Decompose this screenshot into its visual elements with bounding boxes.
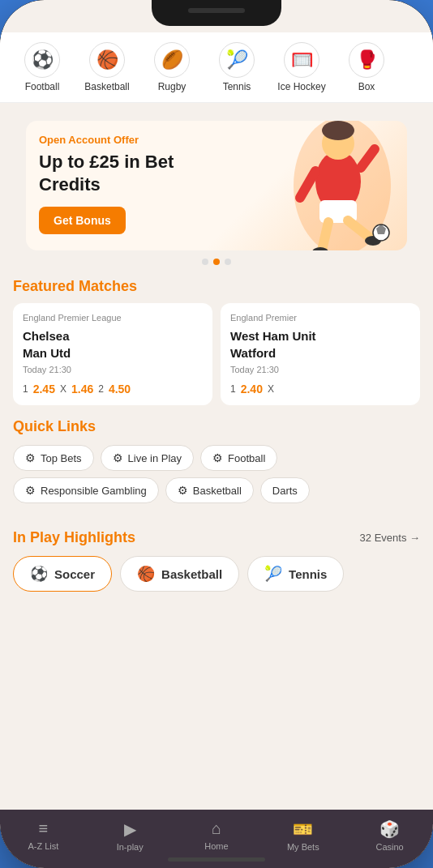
basketball-icon: 🏀 <box>89 42 125 78</box>
match-teams-2: West Ham Unit Watford <box>230 327 410 361</box>
odd-label-2: 2 <box>98 383 104 395</box>
match-time-1: Today 21:30 <box>23 365 203 374</box>
match-time-2: Today 21:30 <box>230 365 410 374</box>
sport-item-basketball[interactable]: 🏀 Basketball <box>78 42 136 92</box>
casino-icon: 🎲 <box>379 819 400 839</box>
boxing-icon: 🥊 <box>349 42 384 78</box>
sport-label-basketball: Basketball <box>84 81 129 92</box>
odd-label-2-x: X <box>268 383 274 395</box>
my-bets-icon: 🎫 <box>293 819 313 839</box>
content-area: Open Account Offer Up to £25 in Bet Cred… <box>0 103 433 810</box>
dot-3[interactable] <box>225 259 231 265</box>
nav-my-bets[interactable]: 🎫 My Bets <box>259 819 346 852</box>
quick-links-title: Quick Links <box>13 418 420 435</box>
screen: ⚽ Football 🏀 Basketball 🏉 Rugby 🎾 Tennis… <box>0 0 433 868</box>
dot-2[interactable] <box>213 259 220 265</box>
matches-row: England Premier League Chelsea Man Utd T… <box>0 303 433 405</box>
pill-icon-basketball: 🏀 <box>137 565 155 583</box>
nav-casino[interactable]: 🎲 Casino <box>346 819 433 852</box>
chip-icon-live-play: ⚙ <box>113 451 123 464</box>
sports-nav: ⚽ Football 🏀 Basketball 🏉 Rugby 🎾 Tennis… <box>0 32 433 103</box>
pill-icon-tennis: 🎾 <box>264 565 282 583</box>
rugby-icon: 🏉 <box>154 42 190 78</box>
chip-darts[interactable]: Darts <box>260 477 310 503</box>
sport-item-rugby[interactable]: 🏉 Rugby <box>143 42 201 92</box>
phone-notch <box>152 0 281 26</box>
match-card-1[interactable]: England Premier League Chelsea Man Utd T… <box>13 303 212 405</box>
odd-label-2-1: 1 <box>230 383 236 395</box>
nav-label-inplay: In-play <box>117 842 144 852</box>
nav-home[interactable]: ⌂ Home <box>174 819 260 852</box>
odd-value-1[interactable]: 2.45 <box>33 383 55 396</box>
nav-az-list[interactable]: ≡ A-Z List <box>0 819 87 852</box>
pill-basketball[interactable]: 🏀 Basketball <box>120 556 239 592</box>
in-play-events-link[interactable]: 32 Events → <box>360 532 420 544</box>
nav-label-home: Home <box>204 841 228 851</box>
match-league-1: England Premier League <box>23 313 203 323</box>
home-icon: ⌂ <box>212 819 221 838</box>
chip-label-basketball: Basketball <box>193 485 242 497</box>
quick-links-section: Quick Links ⚙ Top Bets ⚙ Live in Play ⚙ <box>0 405 433 516</box>
sport-item-boxing[interactable]: 🥊 Box <box>337 42 396 92</box>
tennis-icon: 🎾 <box>219 42 255 78</box>
pill-icon-soccer: ⚽ <box>30 565 48 583</box>
az-list-icon: ≡ <box>39 819 49 838</box>
pill-label-basketball: Basketball <box>161 567 222 581</box>
in-play-header: In Play Highlights 32 Events → <box>0 516 433 556</box>
nav-label-mybets: My Bets <box>287 842 319 852</box>
odd-value-2[interactable]: 4.50 <box>109 383 131 396</box>
svg-line-7 <box>322 222 328 250</box>
sport-item-icehockey[interactable]: 🥅 Ice Hockey <box>272 42 331 92</box>
nav-label-casino: Casino <box>375 842 403 852</box>
quick-links-row-1: ⚙ Top Bets ⚙ Live in Play ⚙ Football <box>13 445 420 471</box>
screen-inner: ⚽ Football 🏀 Basketball 🏉 Rugby 🎾 Tennis… <box>0 32 433 868</box>
featured-matches-title: Featured Matches <box>0 265 433 303</box>
pill-tennis[interactable]: 🎾 Tennis <box>247 556 344 592</box>
icehockey-icon: 🥅 <box>284 42 319 78</box>
pill-label-soccer: Soccer <box>54 567 95 581</box>
nav-in-play[interactable]: ▶ In-play <box>87 819 174 852</box>
chip-label-responsible: Responsible Gambling <box>41 485 147 497</box>
match-odds-1: 1 2.45 X 1.46 2 4.50 <box>23 383 203 396</box>
in-play-icon: ▶ <box>124 819 136 839</box>
hero-banner: Open Account Offer Up to £25 in Bet Cred… <box>26 121 407 250</box>
chip-icon-responsible: ⚙ <box>25 484 36 497</box>
match-card-2[interactable]: England Premier West Ham Unit Watford To… <box>221 303 420 405</box>
pill-label-tennis: Tennis <box>289 567 327 581</box>
football-icon: ⚽ <box>24 42 60 78</box>
chip-live-play[interactable]: ⚙ Live in Play <box>101 445 194 471</box>
quick-links-row-2: ⚙ Responsible Gambling ⚙ Basketball Dart… <box>13 477 420 503</box>
sport-item-tennis[interactable]: 🎾 Tennis <box>208 42 266 92</box>
carousel-dots <box>13 259 420 265</box>
sport-item-football[interactable]: ⚽ Football <box>13 42 71 92</box>
nav-label-az: A-Z List <box>28 841 58 851</box>
chip-icon-basketball: ⚙ <box>178 484 188 497</box>
match-league-2: England Premier <box>230 313 410 323</box>
odd-label-x: X <box>60 383 66 395</box>
pill-soccer[interactable]: ⚽ Soccer <box>13 556 112 592</box>
hero-player-image <box>285 121 407 250</box>
sports-pills: ⚽ Soccer 🏀 Basketball 🎾 Tennis <box>0 556 433 608</box>
phone-shell: ⚽ Football 🏀 Basketball 🏉 Rugby 🎾 Tennis… <box>0 0 433 868</box>
chip-icon-top-bets: ⚙ <box>25 451 36 464</box>
odd-value-x[interactable]: 1.46 <box>71 383 93 396</box>
chip-label-football: Football <box>228 452 265 464</box>
chip-top-bets[interactable]: ⚙ Top Bets <box>13 445 94 471</box>
odd-value-2-1[interactable]: 2.40 <box>241 383 263 396</box>
chip-label-top-bets: Top Bets <box>41 452 82 464</box>
chip-label-darts: Darts <box>272 485 298 497</box>
sport-label-tennis: Tennis <box>223 81 251 92</box>
sport-label-football: Football <box>25 81 60 92</box>
chip-football[interactable]: ⚙ Football <box>200 445 277 471</box>
get-bonus-button[interactable]: Get Bonus <box>39 207 126 234</box>
chip-basketball[interactable]: ⚙ Basketball <box>165 477 254 503</box>
chip-responsible[interactable]: ⚙ Responsible Gambling <box>13 477 159 503</box>
odd-label-1: 1 <box>23 383 28 395</box>
sport-label-icehockey: Ice Hockey <box>277 81 325 92</box>
phone-home-bar <box>168 857 265 862</box>
svg-point-3 <box>322 121 354 140</box>
match-odds-2: 1 2.40 X <box>230 383 410 396</box>
dot-1[interactable] <box>202 259 208 265</box>
chip-icon-football: ⚙ <box>212 451 223 464</box>
sport-label-rugby: Rugby <box>158 81 186 92</box>
